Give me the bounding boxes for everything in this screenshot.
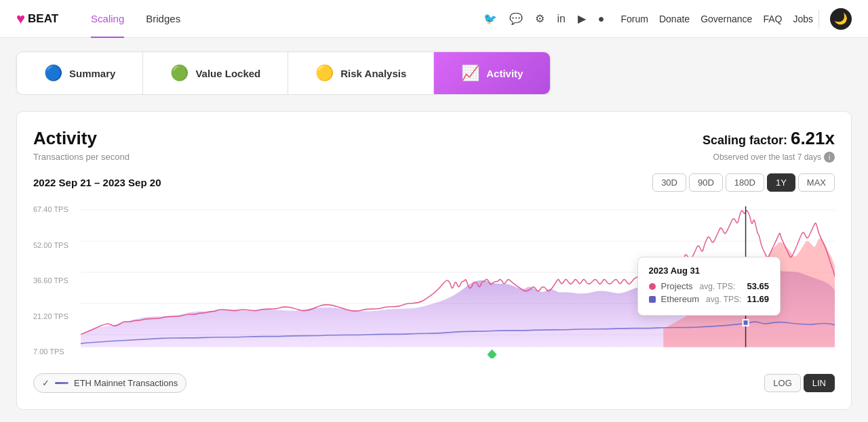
forum-link[interactable]: Forum [621,14,648,24]
nav-bridges[interactable]: Bridges [135,0,191,38]
range-90d[interactable]: 90D [689,173,723,192]
range-1y[interactable]: 1Y [767,173,795,192]
nav-divider [818,9,819,28]
activity-title-section: Activity Transactions per second [33,128,130,162]
social-icons: 🐦 💬 ⚙ in ▶ ● [484,12,604,25]
svg-marker-8 [487,350,496,358]
legend-checkbox-icon: ✓ [42,378,50,388]
nav-scaling[interactable]: Scaling [80,0,135,38]
github-icon[interactable]: ⚙ [535,12,545,25]
y-label-3: 36.60 TPS [33,276,68,284]
logo[interactable]: ♥ BEAT [16,10,58,28]
y-label-2: 21.20 TPS [33,312,68,320]
range-180d[interactable]: 180D [726,173,764,192]
tabs: 🔵 Summary 🟢 Value Locked 🟡 Risk Analysis… [16,51,551,95]
legend-label: ETH Mainnet Transactions [74,378,178,388]
logo-heart-icon: ♥ [16,10,25,28]
activity-chart[interactable] [81,203,835,358]
scaling-factor-section: Scaling factor: 6.21x Observed over the … [703,128,835,163]
tab-value-locked-label: Value Locked [195,68,260,79]
scaling-note: Observed over the last 7 days i [703,152,835,163]
activity-header: Activity Transactions per second Scaling… [33,128,835,163]
tab-summary[interactable]: 🔵 Summary [17,52,143,94]
summary-icon: 🔵 [44,64,62,82]
discord-icon[interactable]: 💬 [509,12,523,25]
scale-lin-button[interactable]: LIN [804,374,835,392]
svg-point-6 [743,258,749,266]
twitter-icon[interactable]: 🐦 [484,12,497,25]
activity-card: Activity Transactions per second Scaling… [16,111,852,410]
main-content: Activity Transactions per second Scaling… [0,95,868,422]
scaling-factor-value: 6.21x [791,128,835,148]
svg-rect-7 [743,320,749,326]
linkedin-icon[interactable]: in [557,13,565,25]
medium-icon[interactable]: ● [598,13,605,25]
tab-activity[interactable]: 📈 Activity [434,52,550,94]
scale-buttons: LOG LIN [764,374,835,392]
y-label-5: 67.40 TPS [33,205,68,213]
activity-subtitle: Transactions per second [33,152,130,162]
youtube-icon[interactable]: ▶ [578,12,586,25]
value-locked-icon: 🟢 [170,64,189,82]
y-axis-labels: 67.40 TPS 52.00 TPS 36.60 TPS 21.20 TPS … [33,203,68,358]
risk-analysis-icon: 🟡 [315,64,334,82]
chart-controls: 2022 Sep 21 – 2023 Sep 20 30D 90D 180D 1… [33,173,835,192]
legend-line-icon [55,382,68,384]
nav-right-links: Forum Donate Governance FAQ Jobs [621,14,813,24]
tab-risk-analysis-label: Risk Analysis [340,68,406,79]
scaling-factor-label: Scaling factor: 6.21x [703,128,835,149]
y-label-4: 52.00 TPS [33,241,68,249]
tab-activity-label: Activity [486,68,523,79]
tab-value-locked[interactable]: 🟢 Value Locked [143,52,288,94]
jobs-link[interactable]: Jobs [793,14,813,24]
range-30d[interactable]: 30D [652,173,686,192]
scale-log-button[interactable]: LOG [764,374,800,392]
activity-icon: 📈 [461,64,479,82]
logo-text: BEAT [28,12,58,26]
range-max[interactable]: MAX [798,173,835,192]
info-icon[interactable]: i [824,152,835,163]
donate-link[interactable]: Donate [659,14,690,24]
activity-title: Activity [33,128,130,149]
range-buttons: 30D 90D 180D 1Y MAX [652,173,835,192]
navbar: ♥ BEAT Scaling Bridges 🐦 💬 ⚙ in ▶ ● Foru… [0,0,868,38]
governance-link[interactable]: Governance [701,14,752,24]
legend-eth-mainnet[interactable]: ✓ ETH Mainnet Transactions [33,373,186,393]
theme-toggle-button[interactable]: 🌙 [830,8,852,30]
chart-wrapper: 67.40 TPS 52.00 TPS 36.60 TPS 21.20 TPS … [33,203,835,358]
chart-legend: ✓ ETH Mainnet Transactions LOG LIN [33,366,835,393]
date-range: 2022 Sep 21 – 2023 Sep 20 [33,177,161,188]
faq-link[interactable]: FAQ [763,14,782,24]
tabs-container: 🔵 Summary 🟢 Value Locked 🟡 Risk Analysis… [0,38,868,95]
nav-links: Scaling Bridges [80,0,191,38]
tab-summary-label: Summary [69,68,115,79]
tab-risk-analysis[interactable]: 🟡 Risk Analysis [288,52,434,94]
y-label-1: 7.00 TPS [33,347,68,356]
